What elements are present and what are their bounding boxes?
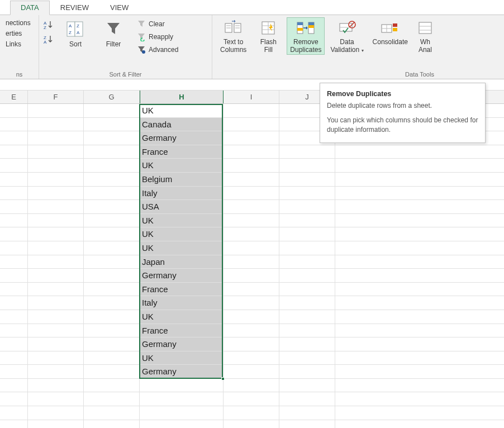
cell[interactable] bbox=[224, 200, 279, 214]
cell[interactable] bbox=[0, 379, 28, 393]
cell[interactable] bbox=[279, 200, 335, 214]
cell[interactable] bbox=[279, 173, 335, 187]
cell[interactable]: UK bbox=[140, 214, 224, 228]
cell[interactable]: UK bbox=[140, 351, 224, 365]
cell[interactable] bbox=[28, 145, 84, 159]
cell[interactable] bbox=[335, 296, 504, 310]
cell[interactable] bbox=[0, 118, 28, 132]
cell[interactable] bbox=[224, 255, 279, 269]
cell[interactable] bbox=[0, 255, 28, 269]
cell[interactable]: Japan bbox=[140, 255, 224, 269]
table-row[interactable]: France bbox=[0, 324, 504, 338]
cell[interactable] bbox=[0, 406, 28, 420]
cell[interactable] bbox=[0, 351, 28, 365]
cell[interactable]: France bbox=[140, 324, 224, 338]
sort-button[interactable]: AZZA Sort bbox=[59, 17, 92, 49]
cell[interactable] bbox=[335, 420, 504, 428]
connections-item[interactable]: nections bbox=[4, 18, 32, 27]
cell[interactable] bbox=[335, 227, 504, 241]
cell[interactable]: UK bbox=[140, 159, 224, 173]
table-row[interactable]: UK bbox=[0, 241, 504, 255]
column-header-h[interactable]: H bbox=[140, 91, 224, 103]
edit-links-item[interactable]: Links bbox=[4, 40, 32, 49]
table-row[interactable]: USA bbox=[0, 200, 504, 214]
sort-desc-icon[interactable]: ZA bbox=[44, 34, 54, 44]
tab-view[interactable]: VIEW bbox=[99, 1, 139, 15]
sort-asc-icon[interactable]: AZ bbox=[44, 20, 54, 30]
cell[interactable] bbox=[28, 379, 84, 393]
cell[interactable] bbox=[0, 104, 28, 118]
table-row[interactable]: Germany bbox=[0, 365, 504, 379]
cell[interactable] bbox=[0, 200, 28, 214]
cell[interactable] bbox=[224, 351, 279, 365]
properties-item[interactable]: erties bbox=[4, 29, 32, 38]
cell[interactable] bbox=[0, 365, 28, 379]
cell[interactable] bbox=[335, 269, 504, 283]
cell[interactable] bbox=[279, 187, 335, 201]
cell[interactable] bbox=[84, 310, 140, 324]
cell[interactable] bbox=[84, 392, 140, 406]
cell[interactable]: UK bbox=[140, 241, 224, 255]
cell[interactable] bbox=[279, 145, 335, 159]
cell[interactable] bbox=[84, 365, 140, 379]
cell[interactable]: France bbox=[140, 283, 224, 297]
cell[interactable] bbox=[335, 159, 504, 173]
cell[interactable] bbox=[0, 227, 28, 241]
cell[interactable] bbox=[335, 145, 504, 159]
text-to-columns-button[interactable]: Text to Columns bbox=[217, 17, 250, 54]
cell[interactable] bbox=[28, 173, 84, 187]
cell[interactable] bbox=[224, 118, 279, 132]
cell[interactable] bbox=[0, 131, 28, 145]
cell[interactable] bbox=[224, 214, 279, 228]
cell[interactable] bbox=[279, 392, 335, 406]
cell[interactable] bbox=[335, 200, 504, 214]
table-row[interactable]: France bbox=[0, 145, 504, 159]
cell[interactable] bbox=[335, 365, 504, 379]
cell[interactable] bbox=[0, 159, 28, 173]
table-row[interactable] bbox=[0, 379, 504, 393]
cell[interactable] bbox=[0, 283, 28, 297]
table-row[interactable]: UK bbox=[0, 159, 504, 173]
cell[interactable] bbox=[224, 324, 279, 338]
cell[interactable] bbox=[84, 200, 140, 214]
cell[interactable] bbox=[224, 392, 279, 406]
cell[interactable] bbox=[84, 227, 140, 241]
table-row[interactable]: UK bbox=[0, 214, 504, 228]
flash-fill-button[interactable]: Flash Fill bbox=[252, 17, 284, 54]
cell[interactable] bbox=[28, 351, 84, 365]
filter-button[interactable]: Filter bbox=[97, 17, 130, 49]
table-row[interactable] bbox=[0, 406, 504, 420]
cell[interactable]: France bbox=[140, 145, 224, 159]
column-header-f[interactable]: F bbox=[28, 91, 84, 103]
cell[interactable]: Belgium bbox=[140, 173, 224, 187]
tab-review[interactable]: REVIEW bbox=[50, 1, 99, 15]
data-validation-button[interactable]: Data Validation ▾ bbox=[327, 17, 367, 54]
cell[interactable] bbox=[28, 269, 84, 283]
cell[interactable] bbox=[84, 131, 140, 145]
cell[interactable] bbox=[279, 227, 335, 241]
cell[interactable] bbox=[224, 145, 279, 159]
cell[interactable] bbox=[279, 324, 335, 338]
cell[interactable] bbox=[28, 283, 84, 297]
cell[interactable] bbox=[335, 241, 504, 255]
cell[interactable] bbox=[224, 296, 279, 310]
cell[interactable] bbox=[84, 159, 140, 173]
cell[interactable] bbox=[0, 145, 28, 159]
cell[interactable] bbox=[28, 104, 84, 118]
selection-handle[interactable] bbox=[221, 377, 225, 381]
cell[interactable] bbox=[224, 241, 279, 255]
cell[interactable] bbox=[84, 214, 140, 228]
cell[interactable] bbox=[224, 104, 279, 118]
remove-duplicates-button[interactable]: Remove Duplicates bbox=[287, 17, 325, 55]
cell[interactable] bbox=[335, 351, 504, 365]
cell[interactable]: UK bbox=[140, 104, 224, 118]
cell[interactable] bbox=[28, 324, 84, 338]
table-row[interactable]: Italy bbox=[0, 187, 504, 201]
cell[interactable] bbox=[335, 310, 504, 324]
cell[interactable] bbox=[224, 379, 279, 393]
cell[interactable] bbox=[279, 406, 335, 420]
cell[interactable]: Germany bbox=[140, 131, 224, 145]
table-row[interactable]: UK bbox=[0, 351, 504, 365]
cell[interactable] bbox=[224, 310, 279, 324]
cell[interactable] bbox=[28, 337, 84, 351]
